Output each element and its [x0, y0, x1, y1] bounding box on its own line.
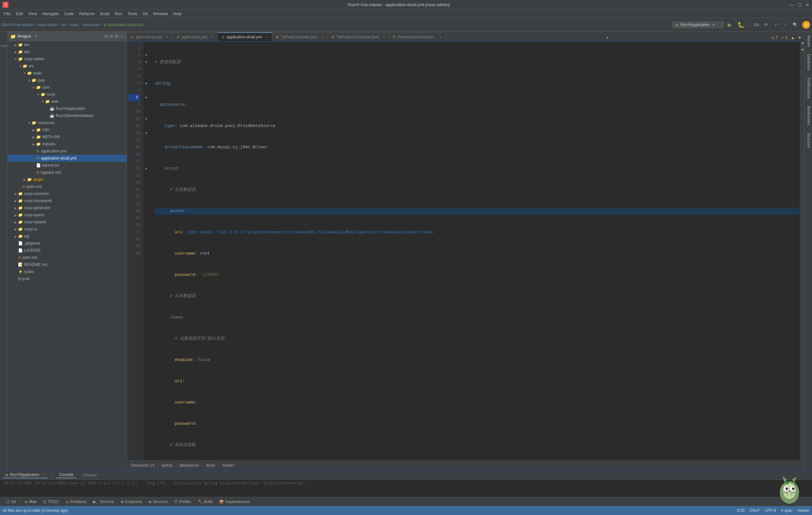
- tree-item-target[interactable]: ▶ 📁 target: [8, 176, 127, 183]
- toolbar-git[interactable]: ⎇ Git: [3, 499, 18, 505]
- menu-edit[interactable]: Edit: [13, 11, 25, 17]
- toolbar-dependencies[interactable]: 📦 Dependencies: [216, 499, 253, 505]
- tree-item-java[interactable]: ▼ 📁 java: [8, 77, 127, 84]
- tree-item-i18n[interactable]: ▶ 📁 i18n: [8, 126, 127, 134]
- toolbar-run[interactable]: ▶ Run: [23, 499, 39, 505]
- toolbar-profiler[interactable]: ⏱ Profiler: [171, 499, 194, 505]
- tree-item-mybatis[interactable]: ▶ 📁 mybatis: [8, 141, 127, 148]
- tree-item-bin[interactable]: ▶ 📁 bin: [8, 41, 127, 48]
- tree-item-src[interactable]: ▼ 📁 src: [8, 62, 127, 69]
- tree-item-application-druid-yml[interactable]: ▶ ⚙ application-druid.yml: [8, 155, 127, 162]
- tree-item-ruoyi-framework[interactable]: ▶ 📁 ruoyi-framework: [8, 197, 127, 204]
- bottom-tab-run[interactable]: ▶ RuoYiApplication ✕: [3, 472, 48, 478]
- tree-item-pom-root[interactable]: ▶ m pom.xml: [8, 254, 127, 261]
- menu-run[interactable]: Run: [112, 11, 125, 17]
- toolbar-problems[interactable]: ⚠ Problems: [63, 499, 89, 505]
- breadcrumb-master[interactable]: master:: [222, 463, 235, 468]
- tab-permission-context[interactable]: C PermissionContextH... ✕: [389, 32, 446, 41]
- breadcrumb-datasource[interactable]: datasource:: [179, 463, 200, 468]
- bottom-tab-actuator[interactable]: Actuator: [79, 472, 100, 478]
- minimize-panel-icon[interactable]: —: [120, 34, 124, 39]
- tree-item-ruoyi-system[interactable]: ▶ 📁 ruoyi-system: [8, 219, 127, 226]
- debug-button[interactable]: 🐛: [736, 21, 746, 29]
- sidebar-bookmarks[interactable]: Bookmarks: [805, 104, 812, 128]
- code-editor[interactable]: # 数据源配置 spring: datasource: type: com.al…: [149, 42, 800, 461]
- menu-code[interactable]: Code: [62, 11, 77, 17]
- tree-item-pom-admin[interactable]: ▶ m pom.xml: [8, 183, 127, 190]
- tree-item-doc[interactable]: ▶ 📁 doc: [8, 48, 127, 55]
- status-charset[interactable]: UTF-8: [765, 508, 776, 513]
- tree-item-sql[interactable]: ▶ 📁 sql: [8, 233, 127, 240]
- breadcrumb-druid[interactable]: druid:: [206, 463, 215, 468]
- editor-scrollbar[interactable]: [800, 42, 804, 461]
- close-button[interactable]: ✕: [806, 2, 809, 7]
- menu-tools[interactable]: Tools: [125, 11, 140, 17]
- tree-item-ruoyi-generator[interactable]: ▶ 📁 ruoyi-generator: [8, 204, 127, 211]
- tree-item-ruoyi-ui[interactable]: ▶ 📁 ruoyi-ui: [8, 226, 127, 233]
- tree-item-web[interactable]: ▼ 📁 web: [8, 98, 127, 105]
- tab-close-tbpost[interactable]: ✕: [321, 35, 324, 39]
- user-avatar[interactable]: R: [802, 21, 810, 29]
- tab-close-permission[interactable]: ✕: [439, 35, 442, 39]
- tree-item-logback[interactable]: ▶ ⊛ logback.xml: [8, 169, 127, 176]
- run-button[interactable]: ▶: [726, 21, 733, 29]
- tree-item-ruoyi-admin[interactable]: ▼ 📁 ruoyi-admin: [8, 55, 127, 62]
- tab-application-druid-yml[interactable]: ⚙ application-druid.yml ✕: [218, 32, 272, 41]
- menu-file[interactable]: File: [1, 11, 13, 17]
- tree-item-ruoyiapp[interactable]: ▶ ☕ RuoYiApplication: [8, 105, 127, 112]
- collapse-all-icon[interactable]: ⊟: [105, 34, 108, 39]
- tab-close-tbproduct[interactable]: ✕: [382, 35, 385, 39]
- breadcrumb-file[interactable]: ⚙ application-druid.yml: [104, 23, 143, 27]
- maximize-button[interactable]: ☐: [798, 2, 802, 7]
- toggle-panel-icon[interactable]: ⇆: [110, 34, 113, 39]
- tab-close-pom[interactable]: ✕: [166, 35, 169, 39]
- tree-item-application-yml[interactable]: ▶ ⚙ application.yml: [8, 148, 127, 155]
- tab-overflow-button[interactable]: ▼: [603, 34, 612, 41]
- sidebar-maven[interactable]: Maven: [805, 33, 812, 50]
- tree-item-gitignore[interactable]: ▶ 📄 .gitignore: [8, 240, 127, 247]
- warnings-indicator[interactable]: ⚠ 7 ✓ 1 ▲ ▼: [768, 34, 804, 41]
- toolbar-services[interactable]: ◈ Services: [146, 499, 170, 505]
- tree-item-ruoyi-quartz[interactable]: ▶ 📁 ruoyi-quartz: [8, 211, 127, 219]
- bottom-tab-console[interactable]: Console: [56, 472, 77, 478]
- tab-tbproduct-controller[interactable]: C TbProductController.java ✕: [328, 32, 389, 41]
- tab-close-druid-yml[interactable]: ✕: [265, 35, 268, 39]
- breadcrumb-project[interactable]: RuoYi-Vue-master: [2, 23, 33, 27]
- tree-item-ruoyiservlet[interactable]: ▶ ☕ RuoYiServletInitializer: [8, 112, 127, 119]
- git-commit-button[interactable]: ✓: [772, 21, 780, 28]
- minimize-button[interactable]: —: [789, 2, 794, 7]
- menu-help[interactable]: Help: [170, 11, 184, 17]
- status-crlf[interactable]: CRLF: [750, 508, 760, 513]
- menu-navigate[interactable]: Navigate: [40, 11, 61, 17]
- breadcrumb-src[interactable]: src: [62, 23, 67, 27]
- sidebar-database[interactable]: Database: [805, 52, 812, 73]
- tree-item-ry-bat[interactable]: ▶ ⚡ ry.bat: [8, 268, 127, 275]
- menu-build[interactable]: Build: [98, 11, 112, 17]
- sidebar-notifications[interactable]: Notifications: [805, 75, 812, 101]
- status-branch[interactable]: master: [798, 508, 809, 513]
- sidebar-structure[interactable]: Structure: [805, 130, 812, 151]
- tab-application-yml[interactable]: ⚙ application.yml ✕: [173, 32, 218, 41]
- tree-item-ruoyi[interactable]: ▼ 📁 ruoyi: [8, 91, 127, 98]
- breadcrumb-module[interactable]: ruoyi-admin: [37, 23, 58, 27]
- status-line-col[interactable]: 8:20: [737, 508, 744, 513]
- breadcrumb-resources[interactable]: resources: [83, 23, 100, 27]
- breadcrumb-spring[interactable]: spring:: [162, 463, 173, 468]
- breadcrumb-main[interactable]: main: [70, 23, 79, 27]
- menu-refactor[interactable]: Refactor: [77, 11, 98, 17]
- tree-item-resources[interactable]: ▼ 📁 resources: [8, 119, 127, 126]
- toolbar-build[interactable]: 🔨 Build: [195, 499, 215, 505]
- menu-git[interactable]: Git: [140, 11, 150, 17]
- search-everywhere-button[interactable]: 🔍: [791, 21, 800, 28]
- menu-window[interactable]: Window: [150, 11, 170, 17]
- tree-item-ry-sh[interactable]: ▶ $ ry.sh: [8, 275, 127, 282]
- tree-item-readme[interactable]: ▶ 📝 README.md: [8, 261, 127, 268]
- toolbar-endpoints[interactable]: ⊕ Endpoints: [118, 499, 145, 505]
- run-config-selector[interactable]: ▶ RuoYiApplication ▼: [672, 22, 724, 28]
- tree-item-metainf[interactable]: ▶ 📁 META-INF: [8, 134, 127, 141]
- git-update-button[interactable]: ⟳: [762, 21, 770, 28]
- status-indent[interactable]: 4 spac: [781, 508, 792, 513]
- menu-view[interactable]: View: [25, 11, 40, 17]
- project-icon[interactable]: Project: [0, 42, 17, 50]
- tab-pom-xml[interactable]: m pom.xml (ruoyi) ✕: [127, 32, 173, 41]
